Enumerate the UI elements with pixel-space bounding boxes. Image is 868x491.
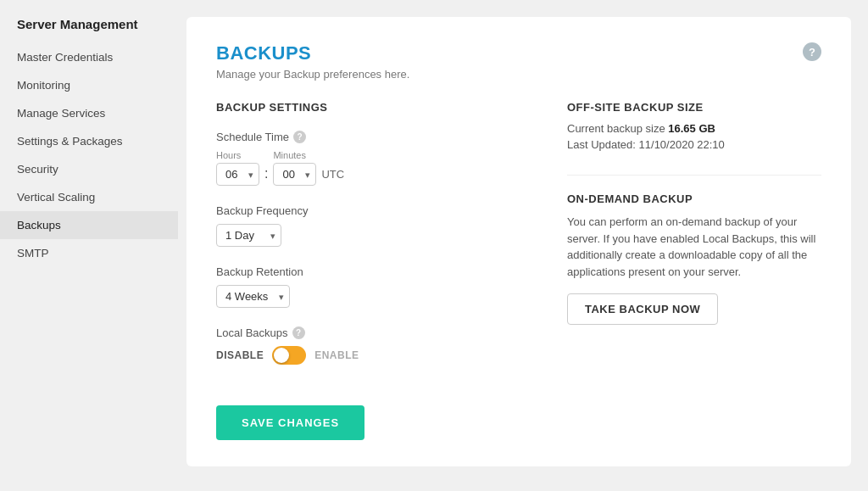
sidebar-item-smtp[interactable]: SMTP xyxy=(0,239,178,267)
disable-label: DISABLE xyxy=(216,349,264,361)
offsite-backup-heading: OFF-SITE BACKUP SIZE xyxy=(567,101,821,114)
backup-retention-field: Backup Retention 4 Weeks 1 Week 2 Weeks … xyxy=(216,265,533,308)
backup-frequency-field: Backup Frequency 1 Day 2 Days 3 Days 7 D… xyxy=(216,204,533,247)
retention-select-wrapper: 4 Weeks 1 Week 2 Weeks 8 Weeks xyxy=(216,285,290,308)
save-changes-button[interactable]: SAVE CHANGES xyxy=(216,405,364,440)
on-demand-section: ON-DEMAND BACKUP You can perform an on-d… xyxy=(567,192,821,325)
schedule-time-row: Hours 06 00010203 04050708 09101112 : xyxy=(216,150,533,186)
hours-label: Hours xyxy=(216,150,259,160)
last-updated-value: 11/10/2020 22:10 xyxy=(639,138,725,151)
retention-select[interactable]: 4 Weeks 1 Week 2 Weeks 8 Weeks xyxy=(216,285,290,308)
local-backups-field: Local Backups ? DISABLE ENABLE xyxy=(216,326,533,365)
page-subtitle: Manage your Backup preferences here. xyxy=(216,68,821,81)
sidebar-item-security[interactable]: Security xyxy=(0,155,178,183)
last-updated-prefix: Last Updated: xyxy=(567,138,639,151)
enable-label: ENABLE xyxy=(314,349,359,361)
sidebar-item-vertical-scaling[interactable]: Vertical Scaling xyxy=(0,183,178,211)
minutes-select[interactable]: 00 153045 xyxy=(273,163,316,186)
toggle-thumb xyxy=(274,348,289,363)
last-updated-text: Last Updated: 11/10/2020 22:10 xyxy=(567,138,821,151)
frequency-select-wrapper: 1 Day 2 Days 3 Days 7 Days xyxy=(216,224,281,247)
on-demand-description: You can perform an on-demand backup of y… xyxy=(567,214,821,280)
schedule-time-field: Schedule Time ? Hours 06 00010203 040507… xyxy=(216,131,533,186)
take-backup-button[interactable]: TAKE BACKUP NOW xyxy=(567,293,718,325)
backup-frequency-label: Backup Frequency xyxy=(216,204,533,217)
frequency-dropdown-row: 1 Day 2 Days 3 Days 7 Days xyxy=(216,224,533,247)
sidebar-item-monitoring[interactable]: Monitoring xyxy=(0,71,178,99)
sidebar-item-manage-services[interactable]: Manage Services xyxy=(0,99,178,127)
card-header: BACKUPS Manage your Backup preferences h… xyxy=(216,42,821,81)
minutes-label: Minutes xyxy=(273,150,316,160)
local-backups-info-icon[interactable]: ? xyxy=(292,326,305,339)
sidebar-item-settings-packages[interactable]: Settings & Packages xyxy=(0,127,178,155)
right-column: OFF-SITE BACKUP SIZE Current backup size… xyxy=(567,101,821,440)
sidebar-title: Server Management xyxy=(0,17,178,43)
schedule-time-info-icon[interactable]: ? xyxy=(293,131,306,143)
sidebar-item-backups[interactable]: Backups xyxy=(0,211,178,239)
backup-settings-heading: BACKUP SETTINGS xyxy=(216,101,533,114)
hours-select-wrapper: 06 00010203 04050708 09101112 xyxy=(216,163,259,186)
on-demand-heading: ON-DEMAND BACKUP xyxy=(567,192,821,205)
left-column: BACKUP SETTINGS Schedule Time ? Hours 06 xyxy=(216,101,533,440)
hours-group: Hours 06 00010203 04050708 09101112 xyxy=(216,150,259,186)
help-icon[interactable]: ? xyxy=(803,42,821,61)
sidebar-item-master-credentials[interactable]: Master Credentials xyxy=(0,43,178,71)
schedule-time-label: Schedule Time ? xyxy=(216,131,533,143)
hours-select[interactable]: 06 00010203 04050708 09101112 xyxy=(216,163,259,186)
main-content: BACKUPS Manage your Backup preferences h… xyxy=(178,0,868,491)
frequency-select[interactable]: 1 Day 2 Days 3 Days 7 Days xyxy=(216,224,281,247)
utc-label: UTC xyxy=(321,168,344,181)
content-columns: BACKUP SETTINGS Schedule Time ? Hours 06 xyxy=(216,101,821,440)
backup-size-value: 16.65 GB xyxy=(668,122,715,135)
retention-dropdown-row: 4 Weeks 1 Week 2 Weeks 8 Weeks xyxy=(216,285,533,308)
backup-retention-label: Backup Retention xyxy=(216,265,533,278)
backup-size-prefix: Current backup size xyxy=(567,122,668,135)
page-title: BACKUPS xyxy=(216,42,821,64)
minutes-group: Minutes 00 153045 xyxy=(273,150,316,186)
toggle-track xyxy=(272,346,306,365)
backup-size-text: Current backup size 16.65 GB xyxy=(567,122,821,135)
offsite-backup-section: OFF-SITE BACKUP SIZE Current backup size… xyxy=(567,101,821,151)
local-backups-label: Local Backups ? xyxy=(216,326,533,339)
minutes-select-wrapper: 00 153045 xyxy=(273,163,316,186)
divider xyxy=(567,175,821,176)
local-backups-toggle-row: DISABLE ENABLE xyxy=(216,346,533,365)
sidebar: Server Management Master Credentials Mon… xyxy=(0,0,178,491)
local-backups-toggle[interactable] xyxy=(272,346,306,365)
content-card: BACKUPS Manage your Backup preferences h… xyxy=(186,17,851,466)
time-colon: : xyxy=(264,166,268,181)
